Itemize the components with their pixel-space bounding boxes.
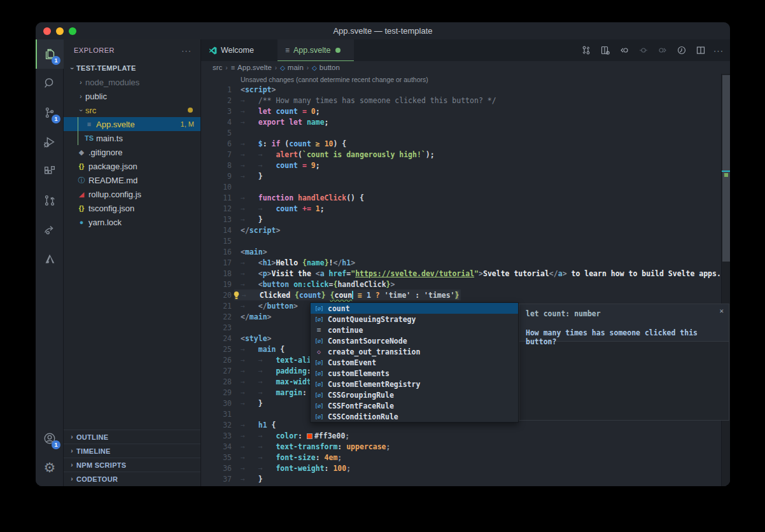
activity-item-accounts[interactable]: 1 xyxy=(36,424,64,453)
sidebar-section-npm-scripts[interactable]: ›NPM SCRIPTS xyxy=(64,458,200,472)
tab-whitespace-arrow: → xyxy=(241,96,258,105)
code-editor[interactable]: Unsaved changes (cannot determine recent… xyxy=(201,74,730,486)
suggestion-create_out_transition[interactable]: ◇create_out_transition xyxy=(311,346,518,357)
code-line-2[interactable]: 2→ /** How many times has someone clicke… xyxy=(201,95,721,106)
open-changes-icon[interactable] xyxy=(580,44,593,57)
code-line-18[interactable]: 18→ <p>Visit the <a href="https://svelte… xyxy=(201,268,721,279)
code-line-6[interactable]: 6→ $: if (count ≥ 10) { xyxy=(201,138,721,149)
close-icon[interactable]: ✕ xyxy=(719,307,724,315)
previous-change-icon[interactable] xyxy=(618,44,631,57)
activity-item-explorer[interactable]: 1 xyxy=(36,39,64,69)
suggestion-continue[interactable]: ≡continue xyxy=(311,325,518,335)
code-line-5[interactable]: 5 xyxy=(201,127,721,138)
tree-item-package-json[interactable]: {}package.json xyxy=(64,159,200,173)
code-line-37[interactable]: 37→ } xyxy=(201,473,721,484)
token xyxy=(311,139,316,148)
token xyxy=(298,204,302,213)
tab-whitespace-arrow: → xyxy=(241,172,258,181)
code-line-16[interactable]: 16<main> xyxy=(201,246,721,257)
code-line-14[interactable]: 14</script> xyxy=(201,225,721,235)
current-change-icon[interactable] xyxy=(637,44,650,57)
suggestion-CSSFontFaceRule[interactable]: [∅]CSSFontFaceRule xyxy=(311,400,518,411)
code-line-15[interactable]: 15 xyxy=(201,235,721,246)
more-actions-icon[interactable]: ··· xyxy=(713,46,724,55)
blame-annotation: Unsaved changes (cannot determine recent… xyxy=(241,76,428,83)
tree-item-yarn-lock[interactable]: ●yarn.lock xyxy=(64,215,200,229)
file-label: App.svelte xyxy=(96,120,135,129)
breadcrumb-item-button[interactable]: ◇button xyxy=(312,64,340,71)
breadcrumb-item-app-svelte[interactable]: ≡App.svelte xyxy=(231,64,272,71)
suggestion-CustomEvent[interactable]: [∅]CustomEvent xyxy=(311,357,518,368)
code-line-17[interactable]: 17→ <h1>Hello {name}!</h1> xyxy=(201,257,721,268)
modified-dot-icon[interactable] xyxy=(335,48,340,53)
tree-item-rollup-config-js[interactable]: ◢rollup.config.js xyxy=(64,187,200,201)
activity-item-search[interactable] xyxy=(36,69,64,98)
file-history-icon[interactable] xyxy=(675,44,688,57)
tree-item-node-modules[interactable]: ›node_modules xyxy=(64,75,200,89)
explorer-more-actions-icon[interactable]: ··· xyxy=(181,46,192,55)
code-line-19[interactable]: 19→ <button on:click={handleClick}> xyxy=(201,279,721,290)
activity-item-extensions[interactable] xyxy=(36,157,64,186)
code-line-33[interactable]: 33→ → color: #ff3e00; xyxy=(201,430,721,441)
sidebar-section-codetour[interactable]: ›CODETOUR xyxy=(64,472,200,486)
tab-app-svelte[interactable]: ≡ App.svelte xyxy=(277,39,354,61)
code-line-7[interactable]: 7→ → alert(`count is dangerously high!`)… xyxy=(201,149,721,160)
code-line-20[interactable]: 20→ Clicked {count} {coun ≡ 1 ? 'time' :… xyxy=(201,290,721,300)
code-line-12[interactable]: 12→ → count += 1; xyxy=(201,203,721,214)
breadcrumb-item-main[interactable]: ◇main xyxy=(280,64,304,71)
lightbulb-icon[interactable] xyxy=(233,291,241,300)
color-swatch[interactable] xyxy=(307,433,312,439)
tree-item-app-svelte[interactable]: ≡App.svelte1, M xyxy=(64,117,200,131)
activity-item-live-share[interactable] xyxy=(36,215,64,244)
code-line-10[interactable]: 10 xyxy=(201,181,721,192)
tree-item--gitignore[interactable]: ◆.gitignore xyxy=(64,145,200,159)
tree-item-src[interactable]: ›src xyxy=(64,103,200,117)
breadcrumb-separator: › xyxy=(225,64,227,71)
code-line-8[interactable]: 8→ → count = 9; xyxy=(201,160,721,171)
activity-item-azure[interactable] xyxy=(36,244,64,274)
tree-item-readme-md[interactable]: ⓘREADME.md xyxy=(64,173,200,187)
code-line-11[interactable]: 11→ function handleClick() { xyxy=(201,192,721,203)
suggestion-ConstantSourceNode[interactable]: [∅]ConstantSourceNode xyxy=(311,335,518,346)
token: > xyxy=(267,312,272,321)
tree-item-public[interactable]: ›public xyxy=(64,89,200,103)
scrollbar-thumb[interactable] xyxy=(722,75,730,262)
token: 'times' xyxy=(424,291,454,300)
code-line-13[interactable]: 13→ } xyxy=(201,214,721,225)
suggestion-CSSGroupingRule[interactable]: [∅]CSSGroupingRule xyxy=(311,389,518,400)
activity-item-run-debug[interactable] xyxy=(36,127,64,157)
activity-item-settings[interactable]: ⚙ xyxy=(36,453,64,482)
code-line-36[interactable]: 36→ → font-weight: 100; xyxy=(201,463,721,473)
activity-item-source-control[interactable]: 1 xyxy=(36,98,64,127)
code-line-9[interactable]: 9→ } xyxy=(201,171,721,181)
tree-item-main-ts[interactable]: TSmain.ts xyxy=(64,131,200,145)
code-line-35[interactable]: 35→ → font-size: 4em; xyxy=(201,452,721,463)
token: a xyxy=(558,269,563,278)
tab-welcome[interactable]: Welcome xyxy=(201,39,277,61)
sidebar-section-outline[interactable]: ›OUTLINE xyxy=(64,430,200,444)
tree-item-tsconfig-json[interactable]: {}tsconfig.json xyxy=(64,201,200,215)
activity-badge: 1 xyxy=(52,440,60,449)
chevron-right-icon: › xyxy=(67,433,76,440)
suggestion-CustomElementRegistry[interactable]: [∅]CustomElementRegistry xyxy=(311,379,518,389)
code-line-34[interactable]: 34→ → text-transform: uppercase; xyxy=(201,441,721,452)
sidebar-section-timeline[interactable]: ›TIMELINE xyxy=(64,444,200,458)
suggestion-customElements[interactable]: [∅]customElements xyxy=(311,368,518,379)
code-line-3[interactable]: 3→ let count = 0; xyxy=(201,106,721,116)
code-line-4[interactable]: 4→ export let name; xyxy=(201,116,721,127)
token: > xyxy=(479,269,483,278)
breadcrumb-item-src[interactable]: src xyxy=(213,64,222,71)
suggestion-CSSConditionRule[interactable]: [∅]CSSConditionRule xyxy=(311,411,518,422)
activity-item-github-pull-requests[interactable] xyxy=(36,186,64,215)
token: main xyxy=(249,312,267,321)
token: main xyxy=(245,248,263,256)
split-editor-icon[interactable] xyxy=(694,44,707,57)
tree-root-test-template[interactable]: › TEST-TEMPLATE xyxy=(64,61,200,75)
open-preview-icon[interactable] xyxy=(599,44,612,57)
code-line-1[interactable]: 1<script> xyxy=(201,84,721,95)
next-change-icon[interactable] xyxy=(656,44,669,57)
suggestion-CountQueuingStrategy[interactable]: [∅]CountQueuingStrategy xyxy=(311,314,518,325)
suggestion-count[interactable]: [∅]count xyxy=(311,303,518,314)
token: 10 xyxy=(325,139,333,148)
tab-whitespace-arrow: → → xyxy=(241,453,276,462)
